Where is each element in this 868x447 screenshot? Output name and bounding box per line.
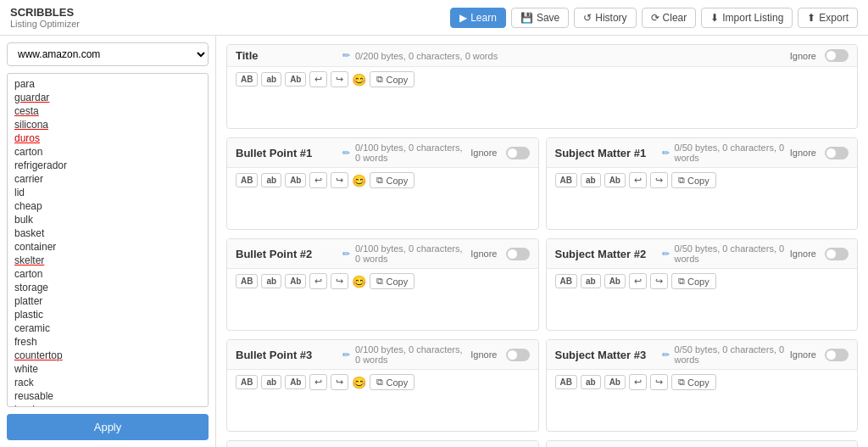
b1-emoji-btn[interactable]: 😊 <box>352 174 366 187</box>
s1-copy-btn[interactable]: ⧉ Copy <box>671 172 716 188</box>
keyword-item[interactable]: bulk <box>8 213 208 226</box>
b2-btn-redo[interactable]: ↪ <box>331 273 348 289</box>
s1-btn-redo[interactable]: ↪ <box>650 172 668 188</box>
s2-btn-undo[interactable]: ↩ <box>629 273 647 289</box>
keyword-item[interactable]: lid <box>8 186 208 199</box>
b1-btn-undo[interactable]: ↩ <box>309 172 327 188</box>
b2-copy-btn[interactable]: ⧉ Copy <box>370 273 415 289</box>
keyword-item[interactable]: carrier <box>8 172 208 186</box>
keyword-item[interactable]: cheap <box>8 199 208 213</box>
subject-1-textarea[interactable] <box>547 193 858 226</box>
s3-btn-AB[interactable]: AB <box>555 375 577 389</box>
s2-btn-redo[interactable]: ↪ <box>650 273 668 289</box>
clear-button[interactable]: ⟳ Clear <box>642 8 697 28</box>
s3-btn-ab[interactable]: ab <box>581 375 601 389</box>
title-ignore-toggle[interactable] <box>825 49 849 62</box>
bullet-1-textarea[interactable] <box>227 193 538 226</box>
b2-emoji-btn[interactable]: 😊 <box>352 275 366 288</box>
keyword-item[interactable]: ceramic <box>8 321 208 335</box>
b2-btn-AB[interactable]: AB <box>236 274 258 288</box>
export-button[interactable]: ⬆ Export <box>798 8 858 28</box>
s2-copy-btn[interactable]: ⧉ Copy <box>671 273 716 289</box>
bullet-3-header: Bullet Point #3 ✏ 0/100 bytes, 0 charact… <box>227 340 538 370</box>
keyword-item[interactable]: guardar <box>8 91 208 104</box>
learn-button[interactable]: ▶ Learn <box>450 8 506 28</box>
b3-btn-AB[interactable]: AB <box>236 375 258 389</box>
b2-btn-ab[interactable]: ab <box>261 274 281 288</box>
keyword-item[interactable]: duros <box>8 131 208 145</box>
s2-btn-Ab[interactable]: Ab <box>604 274 626 288</box>
b1-btn-redo[interactable]: ↪ <box>331 172 348 188</box>
title-emoji-btn[interactable]: 😊 <box>352 73 366 87</box>
b1-copy-btn[interactable]: ⧉ Copy <box>370 172 415 188</box>
keyword-item[interactable]: container <box>8 240 208 254</box>
b3-btn-redo[interactable]: ↪ <box>331 374 348 390</box>
copy-icon: ⧉ <box>678 377 685 388</box>
subject-2-textarea[interactable] <box>547 293 858 327</box>
b1-btn-AB[interactable]: AB <box>236 173 258 187</box>
bullet-3-toggle[interactable] <box>506 349 530 361</box>
keyword-item[interactable]: para <box>8 77 208 91</box>
keyword-item[interactable]: basket <box>8 226 208 240</box>
keyword-item[interactable]: refrigerador <box>8 159 208 172</box>
keyword-item[interactable]: hard <box>8 403 208 407</box>
apply-button[interactable]: Apply <box>7 414 209 440</box>
b3-btn-undo[interactable]: ↩ <box>309 374 327 390</box>
b3-btn-Ab[interactable]: Ab <box>285 375 306 389</box>
subject-4-section: Subject Matter #4 ✏ 0/50 bytes, 0 charac… <box>546 440 859 447</box>
s3-copy-btn[interactable]: ⧉ Copy <box>671 374 716 390</box>
keyword-item[interactable]: cesta <box>8 104 208 118</box>
b1-btn-ab[interactable]: ab <box>261 173 281 187</box>
subject-1-toggle[interactable] <box>825 147 849 159</box>
header-buttons: ▶ Learn 💾 Save ↺ History ⟳ Clear ⬇ Impor… <box>450 8 858 28</box>
keyword-item[interactable]: storage <box>8 281 208 294</box>
keyword-item[interactable]: carton <box>8 145 208 159</box>
title-btn-redo[interactable]: ↪ <box>331 71 348 87</box>
keywords-list[interactable]: paraguardarcestasiliconaduroscartonrefri… <box>7 73 209 407</box>
title-copy-btn[interactable]: ⧉ Copy <box>370 71 415 87</box>
b2-btn-undo[interactable]: ↩ <box>309 273 327 289</box>
s3-btn-Ab[interactable]: Ab <box>604 375 626 389</box>
keyword-item[interactable]: skelter <box>8 254 208 267</box>
bullet-2-textarea[interactable] <box>227 293 538 327</box>
s1-btn-Ab[interactable]: Ab <box>604 173 626 187</box>
s1-btn-ab[interactable]: ab <box>581 173 601 187</box>
b2-btn-Ab[interactable]: Ab <box>285 274 306 288</box>
keyword-item[interactable]: rack <box>8 376 208 389</box>
b3-emoji-btn[interactable]: 😊 <box>352 376 366 389</box>
s1-copy-label: Copy <box>687 176 709 186</box>
import-button[interactable]: ⬇ Import Listing <box>701 8 793 28</box>
b3-btn-ab[interactable]: ab <box>261 375 281 389</box>
bullet-2-toggle[interactable] <box>506 248 530 260</box>
marketplace-selector[interactable]: www.amazon.com <box>7 42 209 66</box>
s3-btn-redo[interactable]: ↪ <box>650 374 668 390</box>
bullet-3-textarea[interactable] <box>227 394 538 428</box>
title-btn-Ab[interactable]: Ab <box>285 72 306 87</box>
keyword-item[interactable]: platter <box>8 294 208 308</box>
keyword-item[interactable]: fresh <box>8 335 208 349</box>
b3-copy-btn[interactable]: ⧉ Copy <box>370 374 415 390</box>
subject-3-textarea[interactable] <box>547 394 858 428</box>
title-btn-undo[interactable]: ↩ <box>309 71 327 87</box>
s2-btn-ab[interactable]: ab <box>581 274 601 288</box>
bullet-1-toggle[interactable] <box>506 147 530 159</box>
history-button[interactable]: ↺ History <box>574 8 636 28</box>
save-button[interactable]: 💾 Save <box>511 8 569 28</box>
keyword-item[interactable]: silicona <box>8 118 208 131</box>
keyword-item[interactable]: countertop <box>8 349 208 362</box>
title-textarea[interactable] <box>227 92 857 126</box>
title-btn-AB[interactable]: AB <box>236 72 258 87</box>
b1-btn-Ab[interactable]: Ab <box>285 173 306 187</box>
subject-2-toggle[interactable] <box>825 248 849 260</box>
s2-btn-AB[interactable]: AB <box>555 274 577 288</box>
s1-btn-undo[interactable]: ↩ <box>629 172 647 188</box>
keyword-item[interactable]: white <box>8 362 208 376</box>
s3-btn-undo[interactable]: ↩ <box>629 374 647 390</box>
subject-3-toggle[interactable] <box>825 349 849 361</box>
keyword-item[interactable]: carton <box>8 267 208 281</box>
s1-btn-AB[interactable]: AB <box>555 173 577 187</box>
title-btn-ab[interactable]: ab <box>261 72 281 87</box>
marketplace-dropdown[interactable]: www.amazon.com <box>7 42 209 66</box>
keyword-item[interactable]: reusable <box>8 389 208 403</box>
keyword-item[interactable]: plastic <box>8 308 208 321</box>
